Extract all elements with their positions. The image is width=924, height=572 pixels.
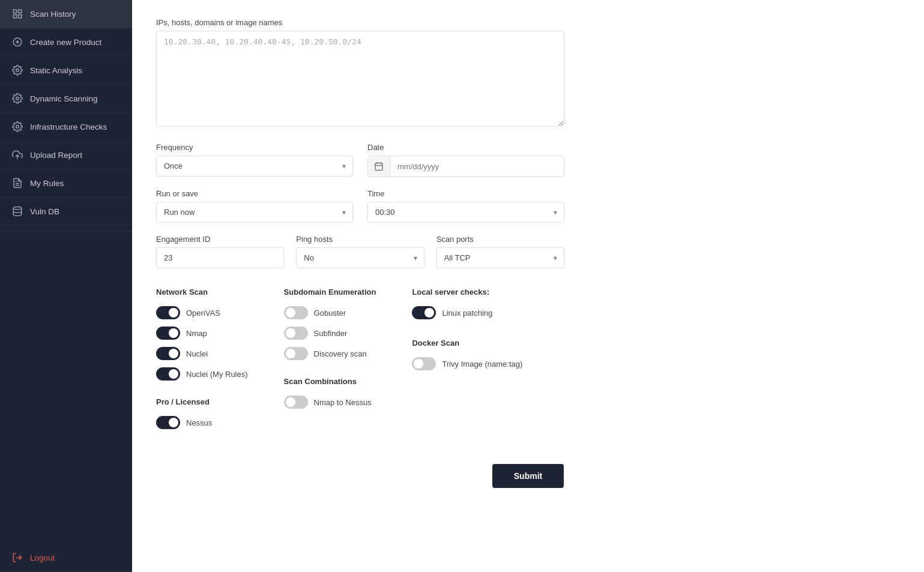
nmap-nessus-label: Nmap to Nessus <box>314 398 372 407</box>
nmap-nessus-slider <box>284 396 308 409</box>
nmap-slider <box>156 327 180 340</box>
ping-hosts-select[interactable]: No Yes <box>296 247 424 268</box>
subfinder-label: Subfinder <box>314 329 348 338</box>
svg-point-8 <box>16 97 19 100</box>
sidebar-item-infra-checks[interactable]: Infrastructure Checks <box>0 113 132 141</box>
sidebar-label-logout: Logout <box>30 553 55 562</box>
subdomain-enum-group: Subdomain Enumeration Gobuster Subfinder <box>284 288 376 434</box>
calendar-icon-button[interactable] <box>368 156 390 176</box>
scan-ports-select[interactable]: All TCP Top 100 Top 1000 All UDP <box>436 247 564 268</box>
run-time-row: Run or save Run now Save ▾ Time 00:30 01… <box>156 189 564 223</box>
trivy-toggle[interactable] <box>412 357 436 370</box>
scan-ports-group: Scan ports All TCP Top 100 Top 1000 All … <box>436 235 564 268</box>
svg-point-13 <box>13 207 22 210</box>
engagement-id-group: Engagement ID <box>156 235 284 268</box>
nmap-label: Nmap <box>186 329 207 338</box>
frequency-select[interactable]: Once Daily Weekly Monthly <box>156 155 353 176</box>
sidebar-label-create-product: Create new Product <box>30 38 101 47</box>
engagement-id-label: Engagement ID <box>156 235 284 244</box>
linux-patching-label: Linux patching <box>442 309 492 318</box>
scan-combinations-title: Scan Combinations <box>284 377 376 386</box>
nessus-label: Nessus <box>186 418 212 427</box>
sidebar-label-infra: Infrastructure Checks <box>30 122 107 131</box>
sidebar-item-static-analysis[interactable]: Static Analysis <box>0 56 132 85</box>
trivy-label: Trivy Image (name:tag) <box>442 360 522 369</box>
nessus-toggle[interactable] <box>156 416 180 429</box>
upload-icon <box>12 149 23 160</box>
run-or-save-group: Run or save Run now Save ▾ <box>156 189 353 223</box>
sidebar-item-upload-report[interactable]: Upload Report <box>0 141 132 169</box>
toggle-row-discovery: Discovery scan <box>284 347 376 360</box>
toggle-row-nmap-nessus: Nmap to Nessus <box>284 396 376 409</box>
toggles-section: Network Scan OpenVAS Nmap <box>156 288 900 434</box>
nuclei-myrules-toggle[interactable] <box>156 367 180 381</box>
sidebar-label-vuln-db: Vuln DB <box>30 207 59 216</box>
ping-hosts-label: Ping hosts <box>296 235 424 244</box>
frequency-label: Frequency <box>156 143 353 152</box>
sidebar-item-vuln-db[interactable]: Vuln DB <box>0 197 132 226</box>
scan-ports-label: Scan ports <box>436 235 564 244</box>
gear-icon-infra <box>12 121 23 132</box>
scan-ports-select-wrapper: All TCP Top 100 Top 1000 All UDP ▾ <box>436 247 564 268</box>
svg-rect-1 <box>19 10 22 13</box>
nuclei-myrules-label: Nuclei (My Rules) <box>186 370 248 379</box>
sidebar-item-scan-history[interactable]: Scan History <box>0 0 132 28</box>
discovery-toggle[interactable] <box>284 347 308 360</box>
frequency-select-wrapper: Once Daily Weekly Monthly ▾ <box>156 155 353 176</box>
sidebar-label-dynamic: Dynamic Scanning <box>30 94 98 103</box>
grid-icon <box>12 8 23 19</box>
nmap-toggle[interactable] <box>156 327 180 340</box>
nuclei-toggle[interactable] <box>156 347 180 360</box>
toggle-row-trivy: Trivy Image (name:tag) <box>412 357 522 370</box>
local-server-title: Local server checks: <box>412 288 522 297</box>
plus-circle-icon <box>12 37 23 47</box>
svg-rect-0 <box>13 10 16 13</box>
gobuster-toggle[interactable] <box>284 306 308 319</box>
subfinder-slider <box>284 327 308 340</box>
sidebar: Scan History Create new Product Static A… <box>0 0 132 572</box>
database-icon <box>12 206 23 217</box>
date-label: Date <box>367 143 564 152</box>
date-input[interactable] <box>390 157 564 176</box>
toggle-row-nessus: Nessus <box>156 416 248 429</box>
extra-fields-row: Engagement ID Ping hosts No Yes ▾ Scan p… <box>156 235 564 268</box>
sidebar-item-my-rules[interactable]: My Rules <box>0 169 132 197</box>
nmap-nessus-toggle[interactable] <box>284 396 308 409</box>
frequency-group: Frequency Once Daily Weekly Monthly ▾ <box>156 143 353 177</box>
discovery-slider <box>284 347 308 360</box>
sidebar-label-scan-history: Scan History <box>30 10 76 19</box>
engagement-id-input[interactable] <box>156 247 284 268</box>
time-select[interactable]: 00:30 01:00 06:00 12:00 <box>367 202 564 223</box>
gear-icon-dynamic <box>12 93 23 104</box>
linux-patching-toggle[interactable] <box>412 306 436 319</box>
svg-rect-2 <box>13 15 16 18</box>
toggle-row-linux-patching: Linux patching <box>412 306 522 319</box>
time-select-wrapper: 00:30 01:00 06:00 12:00 ▾ <box>367 202 564 223</box>
submit-area: Submit <box>156 458 900 488</box>
svg-point-7 <box>16 69 19 72</box>
network-scan-group: Network Scan OpenVAS Nmap <box>156 288 248 434</box>
submit-button[interactable]: Submit <box>492 464 564 488</box>
main-content: IPs, hosts, domains or image names Frequ… <box>132 0 924 572</box>
openvas-toggle[interactable] <box>156 306 180 319</box>
docker-scan-title: Docker Scan <box>412 339 522 348</box>
document-icon <box>12 178 23 188</box>
run-or-save-select[interactable]: Run now Save <box>156 202 353 223</box>
ping-hosts-group: Ping hosts No Yes ▾ <box>296 235 424 268</box>
subfinder-toggle[interactable] <box>284 327 308 340</box>
frequency-date-row: Frequency Once Daily Weekly Monthly ▾ Da… <box>156 143 564 177</box>
sidebar-item-dynamic-scanning[interactable]: Dynamic Scanning <box>0 85 132 113</box>
toggle-row-nuclei-myrules: Nuclei (My Rules) <box>156 367 248 381</box>
ips-textarea[interactable] <box>156 31 564 127</box>
sidebar-label-static: Static Analysis <box>30 66 82 75</box>
date-group: Date <box>367 143 564 177</box>
toggle-row-openvas: OpenVAS <box>156 306 248 319</box>
subdomain-enum-title: Subdomain Enumeration <box>284 288 376 297</box>
sidebar-item-create-product[interactable]: Create new Product <box>0 28 132 56</box>
ping-hosts-select-wrapper: No Yes ▾ <box>296 247 424 268</box>
run-or-save-select-wrapper: Run now Save ▾ <box>156 202 353 223</box>
openvas-label: OpenVAS <box>186 309 220 318</box>
local-server-group: Local server checks: Linux patching Dock… <box>412 288 522 434</box>
time-label: Time <box>367 189 564 198</box>
sidebar-item-logout[interactable]: Logout <box>0 544 132 572</box>
